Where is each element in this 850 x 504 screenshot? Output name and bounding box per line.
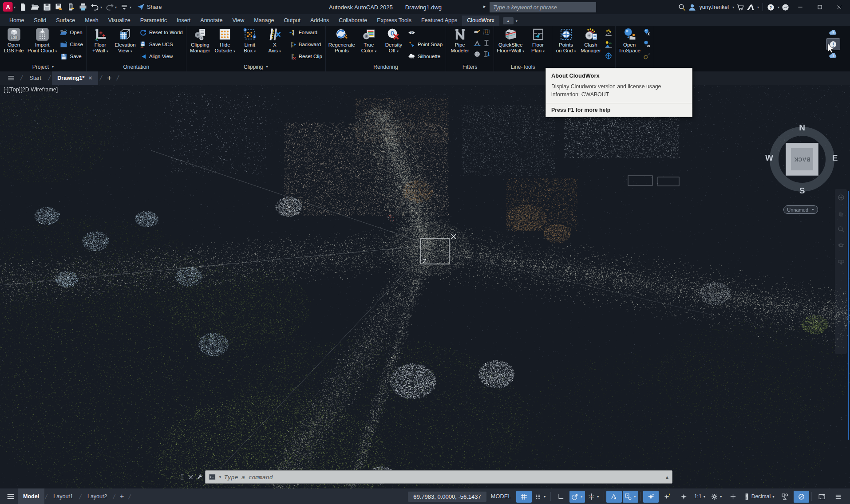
- ribbon-tab-manage[interactable]: Manage: [249, 16, 279, 26]
- dock-grip-handle[interactable]: [179, 471, 185, 483]
- ribbon-button-elevation-view[interactable]: ElevationView▾: [113, 27, 138, 55]
- ribbon-button-points-on-grid[interactable]: Pointson Grid▾: [553, 27, 578, 55]
- drawing-viewport[interactable]: [-][Top][2D Wireframe] N S W E BACK Unna…: [0, 85, 850, 488]
- panel-label-project[interactable]: Project▾: [0, 62, 87, 71]
- zoom-icon[interactable]: [837, 225, 845, 233]
- search-icon[interactable]: [678, 3, 686, 12]
- status-toggle-osnap-3d[interactable]: ▼: [623, 491, 638, 503]
- ribbon-button-limit-box[interactable]: 31LimitBox▾: [237, 27, 262, 55]
- ribbon-button-hide-outside[interactable]: HideOutside▾: [213, 27, 237, 55]
- cart-icon[interactable]: [736, 3, 744, 12]
- ribbon-button-truspace-key[interactable]: [643, 51, 652, 62]
- ribbon-button-clash-render[interactable]: [604, 28, 613, 38]
- minimize-button[interactable]: [791, 0, 809, 14]
- ribbon-tab-add-ins[interactable]: Add-ins: [305, 16, 334, 26]
- ribbon-button-open-lgs-file[interactable]: LGSOpenLGS File: [1, 27, 26, 54]
- search-expand-arrow[interactable]: ▸: [483, 4, 486, 9]
- qa-save-file[interactable]: [41, 1, 53, 13]
- ribbon-button-true-color[interactable]: TrueColor▾: [356, 27, 381, 55]
- help-dropdown-arrow[interactable]: ▾: [778, 5, 779, 9]
- ribbon-button-save-ucs[interactable]: Save UCS: [139, 40, 183, 49]
- steering-wheel-icon[interactable]: [837, 193, 845, 201]
- status-toggle-osnap-2d[interactable]: [606, 491, 622, 503]
- user-account[interactable]: yuriy.frenkel ▾: [688, 3, 734, 12]
- ribbon-tab-output[interactable]: Output: [279, 16, 305, 26]
- recent-commands-arrow[interactable]: ▼: [218, 475, 222, 479]
- ribbon-button-forward[interactable]: Forward: [289, 28, 322, 37]
- status-toggle-annotation-scale[interactable]: [676, 491, 692, 503]
- ribbon-button-fit-patch[interactable]: [482, 28, 491, 39]
- point-cloud-canvas[interactable]: [0, 85, 850, 488]
- compass-south[interactable]: S: [797, 186, 807, 196]
- status-toggle-plus[interactable]: [725, 491, 741, 503]
- autocad-logo-dropdown-arrow[interactable]: ▾: [14, 5, 16, 9]
- new-layout-button[interactable]: +: [116, 492, 128, 501]
- ribbon-button-save[interactable]: Save: [60, 52, 83, 61]
- view-compass[interactable]: N S W E BACK: [767, 124, 838, 195]
- status-toggle-snap[interactable]: ▼: [533, 491, 548, 503]
- help-search-input[interactable]: Type a keyword or phrase: [490, 2, 596, 12]
- ribbon-tab-surface[interactable]: Surface: [51, 16, 80, 26]
- ribbon-button-clash-manager[interactable]: ClashManager: [578, 27, 603, 54]
- ribbon-button-open[interactable]: Open: [60, 28, 83, 37]
- ribbon-button-truspace-view[interactable]: [643, 40, 652, 50]
- status-toggle-iso[interactable]: ▼: [586, 491, 601, 503]
- ribbon-button-align-view[interactable]: Align View: [139, 52, 183, 61]
- navigation-bar[interactable]: [835, 189, 847, 354]
- ribbon-tab-visualize[interactable]: Visualize: [103, 16, 135, 26]
- command-line-dock[interactable]: ▼ Type a command ▲: [179, 470, 672, 484]
- compass-west[interactable]: W: [764, 153, 775, 163]
- panel-label-clipping[interactable]: Clipping▾: [186, 62, 326, 71]
- dock-close-icon[interactable]: [187, 474, 194, 480]
- ribbon-button-floor-wall[interactable]: zFloor+Wall▾: [88, 27, 113, 55]
- status-toggle-annotation-autoscale[interactable]: [660, 491, 675, 503]
- layout-tab-layout2[interactable]: Layout2: [82, 488, 112, 504]
- ribbon-button-pipe-modeler[interactable]: PipeModeler: [447, 27, 472, 54]
- ribbon-tab-express-tools[interactable]: Express Tools: [372, 16, 416, 26]
- ribbon-button-floor-plan[interactable]: FloorPlan▾: [526, 27, 550, 55]
- file-tabs-menu-button[interactable]: [4, 71, 19, 85]
- ribbon-button-import-point-cloud[interactable]: ImportPoint Cloud▾: [26, 27, 58, 55]
- file-tab-close-icon[interactable]: ✕: [88, 75, 92, 81]
- qa-customize-toolbar[interactable]: ▾: [119, 1, 133, 13]
- layout-menu-button[interactable]: [4, 488, 18, 504]
- ribbon-button-fit-column[interactable]: [482, 50, 491, 61]
- ribbon-button-density-off[interactable]: 0DensityOff▾: [381, 27, 406, 55]
- file-tab-drawing1[interactable]: Drawing1*✕: [52, 71, 98, 85]
- status-toggle-fullscreen[interactable]: [814, 491, 830, 503]
- status-toggle-annotation-visibility[interactable]: [643, 491, 659, 503]
- status-toggle-customize[interactable]: [830, 491, 846, 503]
- ribbon-button-point-snap[interactable]: Point Snap: [408, 40, 443, 49]
- status-toggle-clean-screen[interactable]: [794, 491, 809, 503]
- ribbon-button-reset-clip[interactable]: Reset Clip: [289, 52, 322, 61]
- qa-plot[interactable]: [77, 1, 89, 13]
- close-button[interactable]: [830, 0, 848, 14]
- share-button[interactable]: Share: [137, 3, 162, 11]
- ribbon-button-backward[interactable]: Backward: [289, 40, 322, 49]
- ribbon-button-fit-sphere[interactable]: [473, 50, 482, 61]
- status-toggle-grid[interactable]: [516, 491, 532, 503]
- ribbon-button-fit-symmetry[interactable]: [473, 39, 482, 50]
- ribbon-tab-cloudworx[interactable]: CloudWorx: [462, 16, 499, 26]
- customize-wrench-icon[interactable]: [196, 474, 203, 480]
- undo-dropdown-arrow[interactable]: ▾: [100, 5, 102, 9]
- ribbon-button-reset-to-world[interactable]: Reset to World: [139, 28, 183, 37]
- ribbon-button-clash-scene[interactable]: [604, 40, 613, 50]
- maximize-button[interactable]: [811, 0, 829, 14]
- ribbon-tab-insert[interactable]: Insert: [172, 16, 195, 26]
- qa-new-file[interactable]: [17, 1, 29, 13]
- autodesk-logo-icon[interactable]: [746, 3, 755, 12]
- autodesk-dropdown-arrow[interactable]: ▾: [757, 5, 759, 9]
- ribbon-tab-view[interactable]: View: [227, 16, 249, 26]
- ribbon-button-fit-beam[interactable]: [482, 39, 491, 50]
- ribbon-button-truspace-pin[interactable]: [643, 28, 652, 38]
- qa-undo[interactable]: ▾: [89, 1, 103, 13]
- ribbon-button-quickslice-floor-wall[interactable]: QuickSliceFloor+Wall▾: [495, 27, 526, 55]
- compass-east[interactable]: E: [830, 153, 840, 163]
- customize-toolbar-dropdown-arrow[interactable]: ▾: [130, 5, 131, 9]
- qa-open-mobile[interactable]: [65, 1, 77, 13]
- ribbon-button-fit-cylinder[interactable]: [473, 28, 482, 39]
- qa-open-file[interactable]: [29, 1, 41, 13]
- show-motion-icon[interactable]: [837, 257, 845, 265]
- ribbon-tab-home[interactable]: Home: [4, 16, 29, 26]
